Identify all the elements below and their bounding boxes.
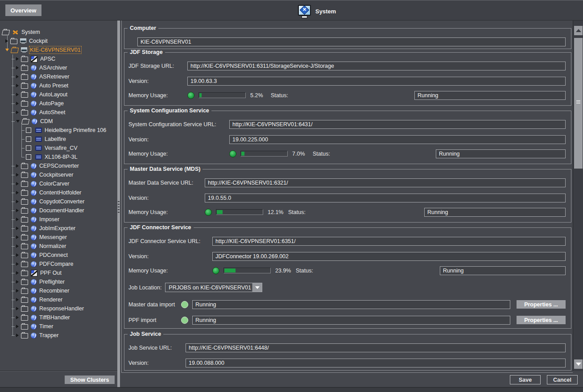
tree-item-documenthandler[interactable]: DocumentHandler [0,206,117,215]
dropdown-button[interactable] [252,283,262,292]
system-configuration-version-field[interactable]: 19.00.225.000 [229,135,566,144]
tree-item-labelfire[interactable]: Labelfire [0,135,117,144]
tree-item-cepsconverter[interactable]: CEPSConverter [0,161,117,170]
jdf-connector-url-field[interactable]: http://KIE-C6VPNSERV01:6351/ [212,237,566,246]
expand-arrow-icon[interactable] [16,227,19,230]
expand-arrow-icon[interactable] [16,218,19,221]
job-service-url-field[interactable]: http://KIE-C6VPNSERV01:6448/ [186,343,566,352]
tree-item-normalizer[interactable]: Normalizer [0,242,117,251]
tree-item-cockpitserver[interactable]: Cockpitserver [0,170,117,179]
scroll-up-button[interactable] [574,26,583,35]
tree-item-cdm[interactable]: CDM [0,117,117,126]
tree-item-auto-preset[interactable]: Auto Preset [0,81,117,90]
expand-arrow-icon[interactable] [16,164,19,168]
tree-item-trapper[interactable]: Trapper [0,331,117,340]
expand-arrow-icon[interactable] [16,307,19,310]
tree-item-tiffbhandler[interactable]: TiffBHandler [0,313,117,322]
jdf-connector-version-field[interactable]: JDFConnector 19.00.269.002 [212,252,566,261]
expand-arrow-icon[interactable] [5,49,9,51]
tree-item-copydotconverter[interactable]: CopydotConverter [0,197,117,206]
expand-arrow-icon[interactable] [16,262,19,266]
job-location-dropdown[interactable]: PRJOBS on KIE-C6VPNSERV01 [165,283,262,292]
system-configuration-status-field[interactable]: Running [436,149,566,158]
ppf-import-status-field[interactable]: Running [192,316,510,325]
tree-item-versafire-cv[interactable]: Versafire_CV [0,144,117,153]
tree-item-timer[interactable]: Timer [0,322,117,331]
tree-item-recombiner[interactable]: Recombiner [0,286,117,295]
master-data-url-field[interactable]: http://KIE-C6VPNSERV01:6321/ [205,178,566,187]
expand-arrow-icon[interactable] [16,120,20,123]
tree-item-kie-c6vpnserv01[interactable]: KIE-C6VPNSERV01 [0,45,117,54]
expand-arrow-icon[interactable] [16,84,19,87]
panel-splitter[interactable] [117,21,120,387]
tree-item-messenger[interactable]: Messenger [0,233,117,242]
master-data-version-field[interactable]: 19.0.55.0 [205,194,566,202]
master-data-import-properties-button[interactable]: Properties ... [517,300,566,309]
device-checkbox[interactable] [26,128,31,133]
computer-name-field[interactable]: KIE-C6VPNSERV01 [137,37,566,46]
tree-item-preflighter[interactable]: Preflighter [0,277,117,286]
tree-item-pdconnect[interactable]: PDConnect [0,251,117,260]
expand-arrow-icon[interactable] [16,289,19,293]
scroll-down-button[interactable] [574,359,583,369]
job-service-version-field[interactable]: 19.00.088.000 [186,359,566,367]
jdf-storage-version-field[interactable]: 19.00.63.3 [187,77,566,86]
tree-item-xl106-8p-3l[interactable]: XL106-8P-3L [0,153,117,161]
vertical-scrollbar[interactable] [573,21,583,371]
tree-item-autopage[interactable]: AutoPage [0,99,117,108]
expand-arrow-icon[interactable] [16,57,19,61]
tree-item-system[interactable]: System [0,28,117,37]
tree-item-ppf-out[interactable]: PPF Out [0,268,117,277]
master-data-status-field[interactable]: Running [424,208,566,217]
tree-item-colorcarver[interactable]: ColorCarver [0,179,117,188]
show-clusters-button[interactable]: Show Clusters [65,375,115,384]
folder-icon [21,182,28,187]
tree-item-asarchiver[interactable]: ASArchiver [0,63,117,72]
tree-item-autolayout[interactable]: AutoLayout [0,90,117,99]
master-data-import-status-field[interactable]: Running [192,300,510,309]
jdf-storage-url-field[interactable]: http://KIE-C6VPNSERV01:6311/StorageServi… [187,62,566,70]
expand-arrow-icon[interactable] [16,200,19,203]
device-checkbox[interactable] [26,136,31,142]
expand-arrow-icon[interactable] [16,66,19,70]
save-button[interactable]: Save [510,375,541,384]
tree-item-cockpit[interactable]: Cockpit [0,37,117,45]
expand-arrow-icon[interactable] [16,316,19,319]
tree-item-pdfcompare[interactable]: PDFCompare [0,260,117,268]
expand-arrow-icon[interactable] [16,334,19,337]
tree-item-responsehandler[interactable]: ResponseHandler [0,304,117,313]
expand-arrow-icon[interactable] [16,191,19,194]
expand-arrow-icon[interactable] [16,111,19,114]
expand-arrow-icon[interactable] [16,102,19,105]
tree-item-contenthotfolder[interactable]: ContentHotfolder [0,188,117,197]
jdf-connector-status-field[interactable]: Running [440,266,566,275]
expand-arrow-icon[interactable] [16,325,19,328]
device-checkbox[interactable] [26,154,31,160]
tree-item-apsc[interactable]: APSC [0,54,117,63]
tree-item-jobimexporter[interactable]: JobImExporter [0,224,117,233]
tree-item-renderer[interactable]: Renderer [0,295,117,304]
cancel-button[interactable]: Cancel [547,375,578,384]
expand-arrow-icon[interactable] [16,298,19,301]
tree-item-asretriever[interactable]: ASRetriever [0,72,117,81]
expand-arrow-icon[interactable] [16,75,19,78]
jdf-storage-status-field[interactable]: Running [414,91,566,100]
expand-arrow-icon[interactable] [16,235,19,239]
system-configuration-url-field[interactable]: http://KIE-C6VPNSERV01:6431/ [229,120,566,129]
overview-button[interactable]: Overview [5,4,41,16]
expand-arrow-icon[interactable] [16,271,19,275]
expand-arrow-icon[interactable] [16,209,19,212]
ppf-import-properties-button[interactable]: Properties ... [517,316,566,324]
expand-arrow-icon[interactable] [16,280,19,284]
scrollbar-thumb[interactable] [574,38,583,169]
tree-item-autosheet[interactable]: AutoSheet [0,108,117,117]
expand-arrow-icon[interactable] [16,93,19,96]
expand-arrow-icon[interactable] [5,39,8,43]
tree-item-imposer[interactable]: Imposer [0,215,117,224]
expand-arrow-icon[interactable] [16,244,19,248]
expand-arrow-icon[interactable] [16,173,19,177]
expand-arrow-icon[interactable] [16,253,19,257]
expand-arrow-icon[interactable] [16,182,19,186]
device-checkbox[interactable] [26,145,31,151]
tree-item-heidelberg-primefire-106[interactable]: Heidelberg Primefire 106 [0,126,117,135]
